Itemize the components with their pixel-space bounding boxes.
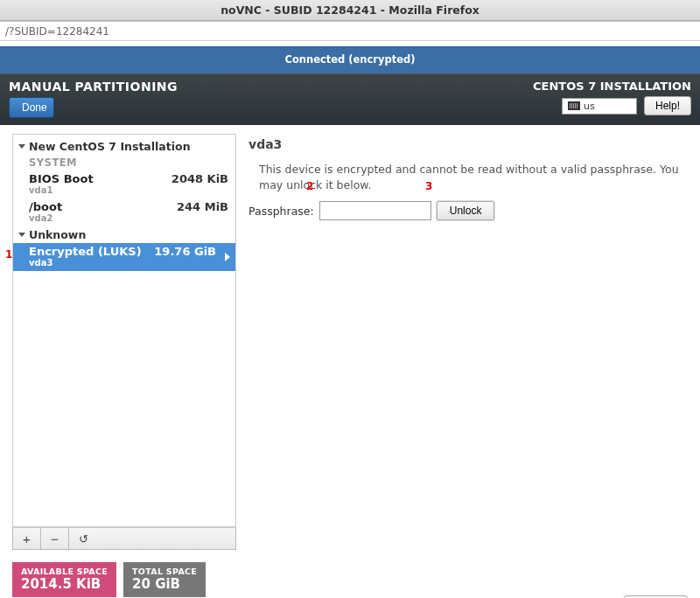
- tree-item-size: 2048 KiB: [172, 172, 228, 185]
- tree-item-size: 19.76 GiB: [154, 245, 216, 258]
- main-area: New CentOS 7 Installation SYSTEM BIOS Bo…: [0, 125, 700, 555]
- help-button[interactable]: Help!: [644, 96, 691, 115]
- tree-item-encrypted-luks[interactable]: Encrypted (LUKS) vda3 19.76 GiB: [13, 243, 235, 271]
- keyboard-indicator[interactable]: us: [562, 98, 637, 115]
- total-space-label: TOTAL SPACE: [132, 567, 197, 576]
- passphrase-input[interactable]: [319, 201, 431, 220]
- tree-item-dev: vda1: [29, 185, 94, 195]
- device-heading: vda3: [248, 137, 688, 151]
- total-space-box: TOTAL SPACE 20 GiB: [123, 562, 206, 597]
- available-space-label: AVAILABLE SPACE: [21, 567, 108, 576]
- refresh-icon: ↻: [79, 532, 88, 546]
- tree-item-name: /boot: [29, 200, 62, 213]
- section-title: Unknown: [29, 228, 86, 241]
- total-space-value: 20 GiB: [132, 576, 197, 592]
- partition-tree-panel: New CentOS 7 Installation SYSTEM BIOS Bo…: [12, 134, 236, 550]
- chevron-down-icon: [18, 144, 25, 149]
- page-title: MANUAL PARTITIONING: [9, 80, 178, 94]
- done-button[interactable]: Done: [9, 97, 54, 118]
- tree-section-unknown[interactable]: Unknown: [13, 226, 235, 243]
- vnc-status-banner: Connected (encrypted): [0, 46, 700, 73]
- tree-item-dev: vda2: [29, 213, 62, 223]
- tree-section-new-install[interactable]: New CentOS 7 Installation: [13, 138, 235, 155]
- keyboard-icon: [568, 101, 580, 110]
- tree-item-boot[interactable]: /boot vda2 244 MiB: [13, 198, 235, 226]
- window-title: noVNC - SUBID 12284241 - Mozilla Firefox: [0, 0, 700, 21]
- tree-item-name: BIOS Boot: [29, 172, 94, 185]
- tree-item-bios-boot[interactable]: BIOS Boot vda1 2048 KiB: [13, 170, 235, 198]
- passphrase-row: Passphrase: Unlock: [248, 201, 688, 220]
- space-summary: AVAILABLE SPACE 2014.5 KiB TOTAL SPACE 2…: [12, 562, 206, 597]
- tree-item-name: Encrypted (LUKS): [29, 245, 142, 258]
- install-label: CENTOS 7 INSTALLATION: [533, 80, 691, 93]
- remove-partition-button[interactable]: −: [41, 528, 69, 549]
- section-title: New CentOS 7 Installation: [29, 140, 191, 153]
- tree-item-dev: vda3: [29, 258, 142, 268]
- add-partition-button[interactable]: +: [13, 528, 41, 549]
- url-bar[interactable]: /?SUBID=12284241: [0, 21, 700, 41]
- tree-toolbar: + − ↻: [12, 527, 236, 550]
- partition-tree[interactable]: New CentOS 7 Installation SYSTEM BIOS Bo…: [12, 134, 236, 527]
- tree-item-size: 244 MiB: [177, 200, 228, 213]
- available-space-box: AVAILABLE SPACE 2014.5 KiB: [12, 562, 116, 597]
- unlock-button[interactable]: Unlock: [437, 201, 495, 220]
- encryption-hint: This device is encrypted and cannot be r…: [259, 162, 688, 192]
- available-space-value: 2014.5 KiB: [21, 576, 108, 592]
- keyboard-layout: us: [584, 101, 595, 112]
- detail-panel: vda3 This device is encrypted and cannot…: [248, 134, 700, 550]
- passphrase-label: Passphrase:: [248, 205, 314, 218]
- chevron-down-icon: [18, 233, 25, 237]
- system-label: SYSTEM: [13, 155, 235, 170]
- footer: AVAILABLE SPACE 2014.5 KiB TOTAL SPACE 2…: [0, 555, 700, 598]
- anaconda-header: MANUAL PARTITIONING Done CENTOS 7 INSTAL…: [0, 73, 700, 125]
- chevron-right-icon: [225, 253, 230, 261]
- refresh-button[interactable]: ↻: [69, 528, 97, 549]
